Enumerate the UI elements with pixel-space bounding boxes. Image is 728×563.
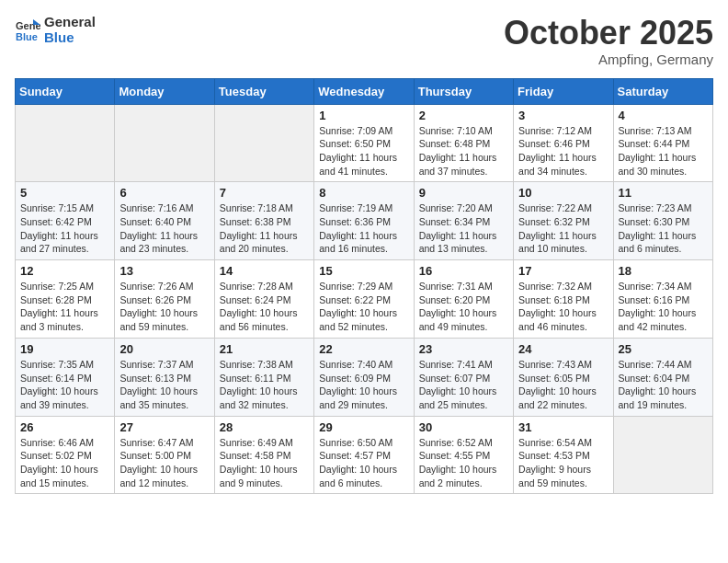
day-header-monday: Monday [115, 78, 214, 104]
day-header-sunday: Sunday [16, 78, 115, 104]
calendar-cell: 24Sunrise: 7:43 AM Sunset: 6:05 PM Dayli… [514, 338, 613, 416]
month-title: October 2025 [504, 15, 713, 52]
calendar-cell: 2Sunrise: 7:10 AM Sunset: 6:48 PM Daylig… [414, 104, 513, 182]
day-header-tuesday: Tuesday [214, 78, 313, 104]
calendar-cell: 27Sunrise: 6:47 AM Sunset: 5:00 PM Dayli… [115, 416, 214, 494]
calendar-cell: 23Sunrise: 7:41 AM Sunset: 6:07 PM Dayli… [414, 338, 513, 416]
day-info: Sunrise: 7:43 AM Sunset: 6:05 PM Dayligh… [518, 358, 608, 412]
day-info: Sunrise: 7:10 AM Sunset: 6:48 PM Dayligh… [419, 124, 508, 178]
day-info: Sunrise: 6:52 AM Sunset: 4:55 PM Dayligh… [419, 436, 508, 490]
day-number: 12 [20, 264, 109, 278]
day-number: 24 [518, 342, 608, 356]
day-info: Sunrise: 7:15 AM Sunset: 6:42 PM Dayligh… [20, 201, 109, 256]
calendar-body: 1Sunrise: 7:09 AM Sunset: 6:50 PM Daylig… [16, 104, 713, 494]
calendar-cell: 20Sunrise: 7:37 AM Sunset: 6:13 PM Dayli… [115, 338, 214, 416]
day-header-saturday: Saturday [613, 78, 712, 104]
day-number: 21 [220, 342, 309, 356]
day-number: 6 [119, 186, 209, 200]
day-info: Sunrise: 6:47 AM Sunset: 5:00 PM Dayligh… [119, 436, 209, 490]
day-number: 23 [419, 342, 508, 356]
day-number: 26 [20, 420, 109, 434]
day-info: Sunrise: 7:41 AM Sunset: 6:07 PM Dayligh… [419, 358, 508, 412]
day-info: Sunrise: 7:44 AM Sunset: 6:04 PM Dayligh… [619, 358, 708, 412]
day-number: 3 [518, 109, 608, 122]
day-info: Sunrise: 7:40 AM Sunset: 6:09 PM Dayligh… [319, 358, 408, 412]
logo-general: General [44, 15, 96, 30]
day-number: 17 [518, 264, 608, 278]
day-number: 10 [518, 186, 608, 200]
calendar-week-2: 5Sunrise: 7:15 AM Sunset: 6:42 PM Daylig… [16, 182, 713, 260]
day-number: 7 [220, 186, 309, 200]
calendar-cell: 28Sunrise: 6:49 AM Sunset: 4:58 PM Dayli… [214, 416, 313, 494]
calendar-cell: 19Sunrise: 7:35 AM Sunset: 6:14 PM Dayli… [16, 338, 115, 416]
day-info: Sunrise: 7:09 AM Sunset: 6:50 PM Dayligh… [319, 124, 408, 178]
calendar-header-row: SundayMondayTuesdayWednesdayThursdayFrid… [16, 78, 713, 104]
day-number: 5 [20, 186, 109, 200]
day-number: 9 [419, 186, 508, 200]
day-number: 1 [319, 109, 408, 122]
day-info: Sunrise: 7:23 AM Sunset: 6:30 PM Dayligh… [619, 201, 708, 256]
day-number: 19 [20, 342, 109, 356]
calendar-cell: 9Sunrise: 7:20 AM Sunset: 6:34 PM Daylig… [414, 182, 513, 260]
calendar-cell: 26Sunrise: 6:46 AM Sunset: 5:02 PM Dayli… [16, 416, 115, 494]
day-info: Sunrise: 7:16 AM Sunset: 6:40 PM Dayligh… [119, 201, 209, 256]
day-info: Sunrise: 7:32 AM Sunset: 6:18 PM Dayligh… [518, 280, 608, 334]
day-number: 31 [518, 420, 608, 434]
day-number: 28 [220, 420, 309, 434]
day-number: 8 [319, 186, 408, 200]
day-info: Sunrise: 7:25 AM Sunset: 6:28 PM Dayligh… [20, 280, 109, 334]
day-number: 16 [419, 264, 508, 278]
calendar-table: SundayMondayTuesdayWednesdayThursdayFrid… [15, 78, 713, 495]
day-info: Sunrise: 7:22 AM Sunset: 6:32 PM Dayligh… [518, 201, 608, 256]
calendar-cell: 8Sunrise: 7:19 AM Sunset: 6:36 PM Daylig… [314, 182, 414, 260]
day-info: Sunrise: 6:50 AM Sunset: 4:57 PM Dayligh… [319, 436, 408, 490]
day-info: Sunrise: 7:20 AM Sunset: 6:34 PM Dayligh… [419, 201, 508, 256]
calendar-week-3: 12Sunrise: 7:25 AM Sunset: 6:28 PM Dayli… [16, 260, 713, 339]
day-info: Sunrise: 7:13 AM Sunset: 6:44 PM Dayligh… [619, 124, 708, 178]
calendar-cell: 22Sunrise: 7:40 AM Sunset: 6:09 PM Dayli… [314, 338, 414, 416]
calendar-cell: 31Sunrise: 6:54 AM Sunset: 4:53 PM Dayli… [514, 416, 613, 494]
calendar-cell: 18Sunrise: 7:34 AM Sunset: 6:16 PM Dayli… [613, 260, 712, 339]
day-info: Sunrise: 7:18 AM Sunset: 6:38 PM Dayligh… [220, 201, 309, 256]
calendar-cell: 29Sunrise: 6:50 AM Sunset: 4:57 PM Dayli… [314, 416, 414, 494]
day-number: 25 [619, 342, 708, 356]
day-info: Sunrise: 7:26 AM Sunset: 6:26 PM Dayligh… [119, 280, 209, 334]
day-info: Sunrise: 7:12 AM Sunset: 6:46 PM Dayligh… [518, 124, 608, 178]
day-info: Sunrise: 7:38 AM Sunset: 6:11 PM Dayligh… [220, 358, 309, 412]
day-number: 15 [319, 264, 408, 278]
calendar-cell: 6Sunrise: 7:16 AM Sunset: 6:40 PM Daylig… [115, 182, 214, 260]
calendar-cell: 4Sunrise: 7:13 AM Sunset: 6:44 PM Daylig… [613, 104, 712, 182]
day-header-wednesday: Wednesday [314, 78, 414, 104]
calendar-cell: 12Sunrise: 7:25 AM Sunset: 6:28 PM Dayli… [16, 260, 115, 339]
day-info: Sunrise: 7:29 AM Sunset: 6:22 PM Dayligh… [319, 280, 408, 334]
day-info: Sunrise: 7:31 AM Sunset: 6:20 PM Dayligh… [419, 280, 508, 334]
day-number: 2 [419, 109, 508, 122]
svg-text:Blue: Blue [16, 31, 38, 42]
calendar-cell [16, 104, 115, 182]
calendar-cell: 10Sunrise: 7:22 AM Sunset: 6:32 PM Dayli… [514, 182, 613, 260]
calendar-cell: 3Sunrise: 7:12 AM Sunset: 6:46 PM Daylig… [514, 104, 613, 182]
calendar-cell: 30Sunrise: 6:52 AM Sunset: 4:55 PM Dayli… [414, 416, 513, 494]
day-info: Sunrise: 7:28 AM Sunset: 6:24 PM Dayligh… [220, 280, 309, 334]
calendar-cell: 16Sunrise: 7:31 AM Sunset: 6:20 PM Dayli… [414, 260, 513, 339]
calendar-cell [613, 416, 712, 494]
day-number: 30 [419, 420, 508, 434]
calendar-cell: 14Sunrise: 7:28 AM Sunset: 6:24 PM Dayli… [214, 260, 313, 339]
day-info: Sunrise: 6:49 AM Sunset: 4:58 PM Dayligh… [220, 436, 309, 490]
day-header-thursday: Thursday [414, 78, 513, 104]
day-number: 13 [119, 264, 209, 278]
logo-blue: Blue [44, 30, 96, 46]
calendar-cell: 5Sunrise: 7:15 AM Sunset: 6:42 PM Daylig… [16, 182, 115, 260]
day-info: Sunrise: 6:46 AM Sunset: 5:02 PM Dayligh… [20, 436, 109, 490]
location-subtitle: Ampfing, Germany [504, 52, 713, 67]
calendar-cell: 13Sunrise: 7:26 AM Sunset: 6:26 PM Dayli… [115, 260, 214, 339]
day-info: Sunrise: 7:34 AM Sunset: 6:16 PM Dayligh… [619, 280, 708, 334]
calendar-week-1: 1Sunrise: 7:09 AM Sunset: 6:50 PM Daylig… [16, 104, 713, 182]
calendar-cell: 17Sunrise: 7:32 AM Sunset: 6:18 PM Dayli… [514, 260, 613, 339]
day-number: 29 [319, 420, 408, 434]
logo-icon: General Blue [15, 17, 40, 43]
day-info: Sunrise: 7:19 AM Sunset: 6:36 PM Dayligh… [319, 201, 408, 256]
logo: General Blue General Blue [15, 15, 96, 45]
calendar-cell: 21Sunrise: 7:38 AM Sunset: 6:11 PM Dayli… [214, 338, 313, 416]
day-number: 18 [619, 264, 708, 278]
